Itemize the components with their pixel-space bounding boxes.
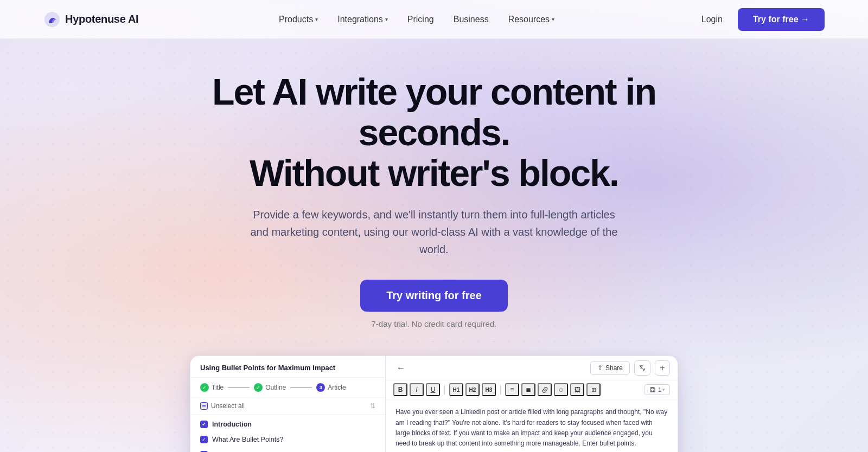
- underline-button[interactable]: U: [426, 383, 440, 396]
- h2-button[interactable]: H2: [465, 383, 480, 396]
- nav-pricing[interactable]: Pricing: [399, 10, 443, 29]
- step-line-1: [228, 388, 250, 388]
- step-check-icon-2: ✓: [254, 383, 263, 392]
- cta-note: 7-day trial. No credit card required.: [372, 319, 497, 328]
- try-for-free-button[interactable]: Try for free →: [738, 8, 825, 31]
- nav-right: Login Try for free →: [695, 8, 825, 31]
- add-button[interactable]: +: [655, 360, 670, 376]
- right-panel: ← ⇧ Share + B: [386, 356, 678, 452]
- outline-item[interactable]: ✓ Introduction: [190, 417, 385, 432]
- checkbox-icon: [200, 402, 208, 410]
- share-button[interactable]: ⇧ Share: [590, 361, 630, 375]
- content-paragraph-1: Have you ever seen a LinkedIn post or ar…: [395, 407, 668, 449]
- step-outline: ✓ Outline: [254, 383, 286, 392]
- format-toolbar: B I U H1 H2 H3 ≡ ≣ ☺ 🖼 ⊞ 1 ▾: [386, 380, 678, 399]
- h1-button[interactable]: H1: [449, 383, 463, 396]
- outline-controls: Unselect all ⇅: [190, 398, 385, 415]
- image-button[interactable]: 🖼: [570, 383, 584, 396]
- step-title: ✓ Title: [200, 383, 224, 392]
- svg-rect-2: [652, 390, 654, 392]
- step-title-label: Title: [212, 384, 224, 391]
- ordered-list-button[interactable]: ≣: [521, 383, 535, 396]
- back-arrow-icon[interactable]: ←: [393, 362, 409, 374]
- hero-title: Let AI write your content in seconds. Wi…: [190, 72, 678, 193]
- demo-area: Using Bullet Points for Maximum Impact ✓…: [0, 356, 868, 452]
- nav-links: Products ▾ Integrations ▾ Pricing Busine…: [270, 10, 563, 29]
- hero-subtitle: Provide a few keywords, and we'll instan…: [244, 206, 624, 258]
- step-check-icon: ✓: [200, 383, 209, 392]
- step-article-label: Article: [328, 384, 346, 391]
- navbar: Hypotenuse AI Products ▾ Integrations ▾ …: [0, 0, 868, 39]
- editor-toolbar: ← ⇧ Share +: [386, 356, 678, 380]
- unselect-all[interactable]: Unselect all: [200, 402, 245, 410]
- step-num-icon: 3: [316, 383, 325, 392]
- cta-try-writing-button[interactable]: Try writing for free: [360, 280, 508, 312]
- bold-button[interactable]: B: [393, 383, 407, 396]
- emoji-button[interactable]: ☺: [554, 383, 568, 396]
- separator: [500, 385, 501, 395]
- chevron-down-icon: ▾: [552, 16, 554, 22]
- logo-icon: [43, 11, 61, 28]
- outline-item[interactable]: ✓ Why Use Bullet Points?: [190, 447, 385, 452]
- step-article: 3 Article: [316, 383, 346, 392]
- left-panel: Using Bullet Points for Maximum Impact ✓…: [190, 356, 386, 452]
- save-count: 1: [658, 386, 661, 393]
- translate-button[interactable]: [634, 360, 650, 376]
- link-button[interactable]: [538, 383, 552, 396]
- share-icon: ⇧: [597, 364, 603, 372]
- italic-button[interactable]: I: [410, 383, 424, 396]
- checked-icon: ✓: [200, 436, 208, 443]
- nav-resources[interactable]: Resources ▾: [500, 10, 563, 29]
- h3-button[interactable]: H3: [482, 383, 496, 396]
- logo-text: Hypotenuse AI: [65, 13, 138, 25]
- chevron-down-icon: ▾: [662, 387, 665, 392]
- bullet-list-button[interactable]: ≡: [505, 383, 519, 396]
- outline-items: ✓ Introduction ✓ What Are Bullet Points?…: [190, 415, 385, 452]
- nav-integrations[interactable]: Integrations ▾: [329, 10, 397, 29]
- toolbar-right: ⇧ Share +: [590, 360, 670, 376]
- steps-bar: ✓ Title ✓ Outline 3 Article: [190, 378, 385, 398]
- save-button[interactable]: 1 ▾: [644, 384, 670, 395]
- step-outline-label: Outline: [265, 384, 286, 391]
- hero-section: Let AI write your content in seconds. Wi…: [0, 39, 868, 350]
- svg-rect-3: [651, 388, 653, 389]
- chevron-down-icon: ▾: [315, 16, 318, 22]
- chevron-down-icon: ▾: [385, 16, 388, 22]
- checked-icon: ✓: [200, 421, 208, 428]
- toolbar-left: ←: [393, 362, 409, 374]
- table-button[interactable]: ⊞: [586, 383, 601, 396]
- demo-window: Using Bullet Points for Maximum Impact ✓…: [190, 356, 678, 452]
- step-line-2: [290, 388, 312, 388]
- panel-title: Using Bullet Points for Maximum Impact: [190, 356, 385, 378]
- outline-item[interactable]: ✓ What Are Bullet Points?: [190, 432, 385, 447]
- nav-business[interactable]: Business: [445, 10, 497, 29]
- sort-icon: ⇅: [370, 402, 375, 410]
- logo-link[interactable]: Hypotenuse AI: [43, 11, 138, 28]
- separator: [444, 385, 445, 395]
- nav-products[interactable]: Products ▾: [270, 10, 327, 29]
- editor-content[interactable]: Have you ever seen a LinkedIn post or ar…: [386, 399, 678, 452]
- login-button[interactable]: Login: [695, 10, 729, 29]
